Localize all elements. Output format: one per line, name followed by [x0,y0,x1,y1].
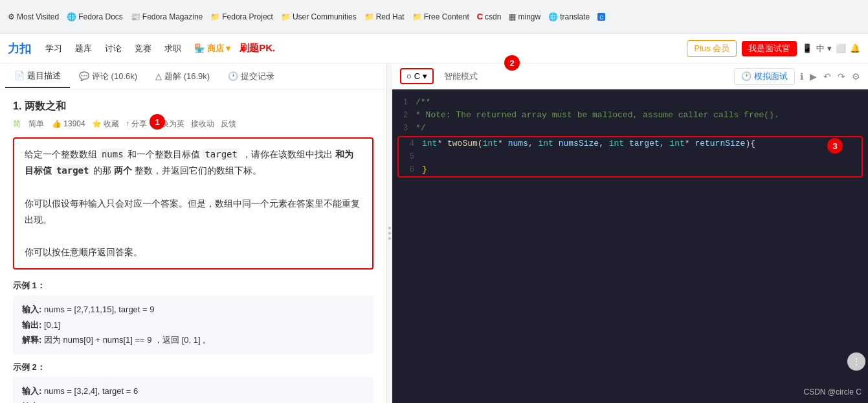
bookmark-fedora-project[interactable]: 📁 Fedora Project [208,11,276,23]
code-editor[interactable]: 1 /** 2 * Note: The returned array must … [392,89,868,403]
lang-icon: ○ [406,71,412,81]
logo[interactable]: 力扣 [8,41,31,56]
simulate-button[interactable]: 🕐 模拟面试 [734,68,795,85]
bookmark-most-visited[interactable]: ⚙ Most Visited [5,11,61,23]
folder-icon: 📁 [412,12,422,21]
settings-icon[interactable]: ⚙ [852,71,860,82]
example-2-title: 示例 2： [13,362,373,373]
line-number: 5 [399,152,422,161]
gear-icon: ⚙ [8,12,15,21]
line-number: 3 [392,123,416,133]
nav-problems[interactable]: 题库 [71,40,96,57]
code-line-5: 5 [399,150,862,163]
example-1-output: 输出: [0,1] [22,317,364,332]
tab-bar: 📄 题目描述 💬 评论 (10.6k) △ 题解 (16.9k) 🕐 提交记录 [0,63,386,89]
line-content: int* twoSum(int* nums, int numsSize, int… [422,139,862,148]
example-2-box: 输入: nums = [3,2,4], target = 6 输出: [1,2] [13,377,373,403]
code-line-1: 1 /** [392,97,868,110]
bookmark-csdn[interactable]: C csdn [474,10,504,23]
code-line-4: 4 int* twoSum(int* nums, int numsSize, i… [399,137,862,150]
nav-study[interactable]: 学习 [41,40,66,57]
bookmark-label: csdn [485,12,501,21]
bookmark-free-content[interactable]: 📁 Free Content [410,11,472,23]
nav-contest[interactable]: 竞赛 [131,40,155,57]
solution-icon: △ [155,71,162,81]
bookmark-label: Fedora Docs [78,12,123,21]
difficulty-full: 简单 [28,119,44,130]
line-content: } [422,165,862,174]
folder-icon: 📁 [364,12,374,21]
example-1: 示例 1： 输入: nums = [2,7,11,15], target = 9… [13,280,373,354]
example-2: 示例 2： 输入: nums = [3,2,4], target = 6 输出:… [13,362,373,403]
stats-bar: 👍 13904 ⭐ 收藏 ↑ 分享 切换为英 接收动 反馈 [52,119,236,130]
line-content [422,152,862,161]
scroll-handle[interactable]: ⋮ [847,352,865,371]
example-1-box: 输入: nums = [2,7,11,15], target = 9 输出: [… [13,295,373,354]
line-number: 4 [399,139,422,148]
bookmark-label: mingw [518,12,540,21]
bookmark-label: translate [560,12,590,21]
bookmarks-bar: ⚙ Most Visited 🌐 Fedora Docs 📰 Fedora Ma… [0,0,868,34]
annotation-circle-2: 2 [504,55,520,71]
problem-description-box: 给定一个整数数组 nums 和一个整数目标值 target ，请你在该数组中找出… [13,137,373,270]
tab-solutions[interactable]: △ 题解 (16.9k) [146,65,219,87]
difficulty-tag: 简 [13,119,21,130]
nav-discuss[interactable]: 讨论 [101,40,126,57]
bookmark-user-communities[interactable]: 📁 User Communities [278,11,359,23]
panel-divider [387,63,392,403]
plus-member-button[interactable]: Plus 会员 [687,40,737,57]
interview-button[interactable]: 我是面试官 [742,41,797,56]
folder-icon: 📁 [281,12,291,21]
divider-dot [388,232,391,235]
tab-submissions[interactable]: 🕐 提交记录 [219,65,284,87]
line-number: 2 [392,110,416,120]
editor-toolbar-icons: ℹ ▶ ↶ ↷ ⚙ [800,71,860,82]
bookmark-c[interactable]: c [595,12,608,22]
notification-icon[interactable]: 🔔 [850,43,860,53]
chevron-down-icon: ▾ [423,71,427,81]
example-1-explain: 解释: 因为 nums[0] + nums[1] == 9 ，返回 [0, 1]… [22,332,364,347]
watermark: CSDN @circle C [803,387,862,397]
tab-problem-description[interactable]: 📄 题目描述 [5,65,70,88]
info-icon[interactable]: ℹ [800,71,803,82]
bookmark-translate[interactable]: 🌐 translate [546,11,592,23]
clock-icon: 🕐 [228,71,238,81]
nav-right: Plus 会员 我是面试官 📱 中 ▾ ⬜ 🔔 [687,40,860,57]
divider-dot [388,227,391,229]
bookmark-red-hat[interactable]: 📁 Red Hat [362,11,407,23]
bookmark-label: Fedora Project [222,12,273,21]
desc-para-2: 你可以假设每种输入只会对应一个答案。但是，数组中同一个元素在答案里不能重复出现。 [25,196,362,228]
nav-jobs[interactable]: 求职 [161,40,185,57]
annotation-circle-3: 3 [827,138,843,154]
nav-shop[interactable]: 🏪 商店 ▾ [190,40,234,57]
bookmark-fedora-magazine[interactable]: 📰 Fedora Magazine [128,11,205,23]
simulate-label: 模拟面试 [754,71,788,82]
annotation-circle-1: 1 [150,114,165,130]
code-toolbar: ○ C ▾ 智能模式 🕐 模拟面试 ℹ ▶ ↶ ↷ ⚙ [392,63,868,89]
globe-icon: 🌐 [67,12,76,21]
redo-icon[interactable]: ↷ [838,71,845,82]
tab-comments[interactable]: 💬 评论 (10.6k) [70,65,146,87]
nav-brush[interactable]: 刷题PK. [239,42,275,54]
lang-label: C [414,71,420,81]
bookmark-label: Most Visited [17,12,59,21]
example-1-input: 输入: nums = [2,7,11,15], target = 9 [22,302,364,317]
example-2-output: 输出: [1,2] [22,399,364,403]
undo-icon[interactable]: ↶ [823,71,831,82]
lang-switch[interactable]: 中 ▾ [816,43,832,54]
fullscreen-icon[interactable]: ⬜ [836,43,846,53]
desc-para-3: 你可以按任意顺序返回答案。 [25,244,362,260]
code-annotation-box: 4 int* twoSum(int* nums, int numsSize, i… [397,136,863,178]
main-container: 📄 题目描述 💬 评论 (10.6k) △ 题解 (16.9k) 🕐 提交记录 … [0,63,868,403]
problem-title: 1. 两数之和 [13,100,373,113]
tab-label: 题解 (16.9k) [164,71,210,82]
translate-icon: 🌐 [548,12,558,21]
nav-bar: 力扣 学习 题库 讨论 竞赛 求职 🏪 商店 ▾ 刷题PK. Plus 会员 我… [0,34,868,63]
bookmark-mingw[interactable]: ▦ mingw [506,11,543,23]
right-panel: ○ C ▾ 智能模式 🕐 模拟面试 ℹ ▶ ↶ ↷ ⚙ [392,63,868,403]
comment-icon: 💬 [79,71,89,81]
bookmark-fedora-docs[interactable]: 🌐 Fedora Docs [64,11,126,23]
run-icon[interactable]: ▶ [810,71,817,82]
left-panel: 📄 题目描述 💬 评论 (10.6k) △ 题解 (16.9k) 🕐 提交记录 … [0,63,387,403]
language-selector[interactable]: ○ C ▾ [400,68,434,84]
